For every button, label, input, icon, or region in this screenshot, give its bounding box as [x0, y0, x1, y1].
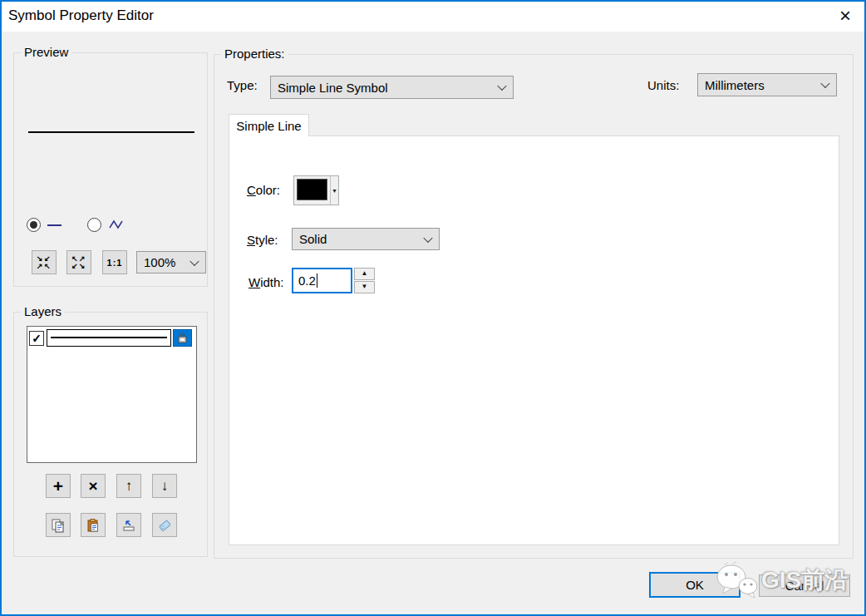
tag-button[interactable]: [152, 513, 177, 537]
tab-label: Simple Line: [236, 119, 301, 133]
properties-group: Properties: Type: Simple Line Symbol Uni…: [214, 54, 854, 559]
width-label: Width:: [248, 275, 284, 289]
preview-symbol-line: [28, 131, 194, 133]
radio-straight-line[interactable]: [27, 218, 41, 232]
unlock-icon: [177, 333, 188, 343]
window-title: Symbol Property Editor: [8, 7, 154, 24]
zoom-full-button[interactable]: ↖ ↗ ↙ ↘: [66, 250, 91, 274]
move-layer-down-button[interactable]: ↓: [152, 474, 177, 498]
style-value: Solid: [299, 232, 327, 246]
delete-icon: ×: [88, 478, 97, 494]
check-icon: ✓: [32, 332, 42, 345]
width-input[interactable]: 0.2: [292, 268, 352, 293]
arrow-up-icon: ↑: [125, 479, 133, 493]
copy-icon: [51, 518, 66, 533]
type-select[interactable]: Simple Line Symbol: [270, 76, 514, 99]
one-to-one-icon: 1:1: [107, 258, 123, 268]
color-swatch: [297, 179, 327, 200]
zoom-level-select[interactable]: 100%: [136, 251, 206, 274]
tab-simple-line[interactable]: Simple Line: [229, 114, 309, 136]
style-label: Style:: [247, 233, 278, 247]
radio-zigzag-line[interactable]: [87, 218, 101, 232]
type-value: Simple Line Symbol: [278, 81, 388, 95]
plus-icon: +: [53, 477, 63, 495]
spin-up-button[interactable]: ▲: [354, 268, 375, 280]
chevron-down-icon: [497, 81, 506, 91]
layer-line-preview: [51, 337, 167, 338]
ok-button[interactable]: OK: [649, 572, 741, 598]
arrow-down-icon: ↓: [161, 479, 169, 493]
expand-arrows-icon: ↖ ↗ ↙ ↘: [71, 255, 86, 270]
type-label: Type:: [227, 78, 258, 92]
units-label: Units:: [647, 78, 679, 92]
preview-group: Preview ↘ ↙ ↗ ↖ ↖ ↗ ↙ ↘: [13, 52, 208, 287]
layer-symbol-swatch[interactable]: [47, 329, 171, 347]
cancel-button[interactable]: Cancel: [759, 574, 850, 597]
color-dropdown-arrow[interactable]: ▼: [330, 176, 338, 205]
remove-layer-button[interactable]: ×: [81, 474, 106, 498]
layer-visibility-checkbox[interactable]: ✓: [29, 331, 44, 346]
copy-layer-button[interactable]: [46, 513, 71, 537]
radio-selected-dot: [30, 221, 37, 229]
tag-icon: [157, 518, 172, 533]
layer-row[interactable]: ✓: [27, 327, 196, 347]
zigzag-line-icon: [109, 219, 124, 229]
units-select[interactable]: Millimeters: [697, 73, 837, 96]
spin-down-button[interactable]: ▼: [354, 281, 375, 293]
properties-group-label: Properties:: [221, 47, 288, 61]
units-value: Millimeters: [705, 78, 765, 92]
collapse-arrows-icon: ↘ ↙ ↗ ↖: [37, 255, 52, 270]
color-picker-button[interactable]: ▼: [293, 175, 339, 205]
triangle-down-icon: ▼: [362, 283, 368, 290]
chevron-down-icon: [189, 256, 199, 265]
layers-list[interactable]: ✓: [27, 326, 197, 463]
paste-layer-button[interactable]: [81, 513, 106, 537]
layers-group-label: Layers: [21, 304, 65, 318]
dropdown-arrow-icon: ▼: [332, 188, 337, 194]
paste-icon: [86, 518, 101, 533]
move-layer-up-button[interactable]: ↑: [116, 474, 141, 498]
actual-size-button[interactable]: 1:1: [102, 250, 127, 274]
chevron-down-icon: [820, 79, 829, 88]
straight-line-icon: [47, 224, 62, 226]
chevron-down-icon: [423, 233, 432, 242]
width-value: 0.2: [298, 274, 316, 288]
style-select[interactable]: Solid: [292, 228, 440, 250]
layers-group: Layers ✓ +: [13, 312, 208, 557]
push-symbol-button[interactable]: [116, 513, 141, 537]
add-layer-button[interactable]: +: [46, 474, 71, 498]
color-label: Color:: [247, 183, 280, 197]
arrow-over-bar-icon: [121, 518, 136, 533]
triangle-up-icon: ▲: [362, 269, 368, 277]
layer-lock-button[interactable]: [173, 329, 192, 347]
preview-group-label: Preview: [21, 45, 71, 59]
close-icon[interactable]: ×: [831, 3, 859, 28]
zoom-level-value: 100%: [144, 255, 175, 269]
simple-line-panel: Color: ▼ Style: Solid Width: 0.2 ▲ ▼: [229, 136, 839, 545]
zoom-to-fit-button[interactable]: ↘ ↙ ↗ ↖: [32, 250, 57, 274]
symbol-property-editor-dialog: Symbol Property Editor × Preview ↘ ↙ ↗ ↖…: [0, 0, 866, 616]
title-bar: Symbol Property Editor ×: [2, 2, 864, 32]
text-caret: [317, 274, 317, 288]
width-spinner: ▲ ▼: [354, 268, 375, 293]
